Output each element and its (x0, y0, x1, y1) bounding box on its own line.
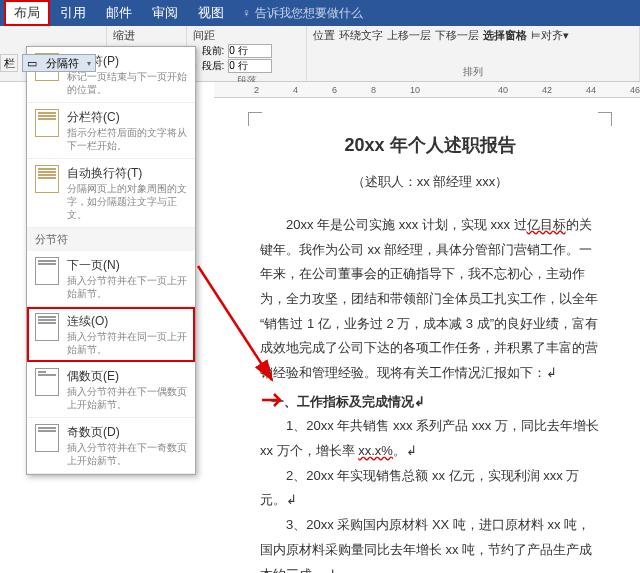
indent-button[interactable]: 缩进 (113, 28, 135, 43)
tab-mailings[interactable]: 邮件 (96, 0, 142, 26)
tab-bar: 布局 引用 邮件 审阅 视图 ♀ 告诉我您想要做什么 (0, 0, 640, 26)
doc-paragraph: 20xx 年是公司实施 xxx 计划，实现 xxx 过亿目标的关键年。我作为公司… (260, 213, 600, 386)
odd-page-section-item[interactable]: 奇数页(D)插入分节符并在下一奇数页上开始新节。 (27, 418, 195, 474)
doc-subtitle: （述职人：xx 部经理 xxx） (260, 170, 600, 195)
text-wrapping-break-item[interactable]: 自动换行符(T)分隔网页上的对象周围的文字，如分隔题注文字与正文。 (27, 159, 195, 228)
breaks-dropdown-menu: 分页符(P)标记一页结束与下一页开始的位置。 分栏符(C)指示分栏符后面的文字将… (26, 46, 196, 475)
position-button[interactable]: 位置 (313, 28, 335, 43)
doc-item: 2、20xx 年实现销售总额 xx 亿元，实现利润 xxx 万元。↲ (260, 464, 600, 513)
arrange-group-label: 排列 (313, 65, 633, 79)
document-area: 246810 40424446 20xx 年个人述职报告 （述职人：xx 部经理… (214, 82, 640, 573)
breaks-dropdown-button[interactable]: ▭ 分隔符 ▾ (22, 54, 96, 72)
spacing-after-input[interactable] (228, 59, 272, 73)
columns-button[interactable]: 栏 (0, 54, 18, 72)
bring-forward-button[interactable]: 上移一层 (387, 28, 431, 43)
lightbulb-icon: ♀ (242, 6, 251, 20)
margin-corner-tl (248, 112, 262, 126)
document-page[interactable]: 20xx 年个人述职报告 （述职人：xx 部经理 xxx） 20xx 年是公司实… (214, 98, 640, 573)
doc-title: 20xx 年个人述职报告 (260, 128, 600, 162)
column-break-item[interactable]: 分栏符(C)指示分栏符后面的文字将从下一栏开始。 (27, 103, 195, 159)
section-breaks-label: 分节符 (27, 228, 195, 251)
tab-view[interactable]: 视图 (188, 0, 234, 26)
doc-item: 3、20xx 采购国内原材料 XX 吨，进口原材料 xx 吨，国内原材料采购量同… (260, 513, 600, 573)
spacing-before-input[interactable] (228, 44, 272, 58)
even-page-section-item[interactable]: 偶数页(E)插入分节符并在下一偶数页上开始新节。 (27, 362, 195, 418)
doc-heading-1: 一、工作指标及完成情况↲ (260, 390, 600, 415)
tab-references[interactable]: 引用 (50, 0, 96, 26)
tell-me-search[interactable]: ♀ 告诉我您想要做什么 (242, 5, 363, 22)
horizontal-ruler[interactable]: 246810 40424446 (214, 82, 640, 98)
selection-pane-button[interactable]: 选择窗格 (483, 28, 527, 43)
next-page-section-item[interactable]: 下一页(N)插入分节符并在下一页上开始新节。 (27, 251, 195, 307)
spacing-label: 间距 (193, 28, 300, 43)
wrap-text-button[interactable]: 环绕文字 (339, 28, 383, 43)
send-backward-button[interactable]: 下移一层 (435, 28, 479, 43)
tab-layout[interactable]: 布局 (4, 0, 50, 26)
chevron-down-icon: ▾ (87, 59, 91, 68)
align-button[interactable]: ⊨对齐▾ (531, 28, 569, 43)
margin-corner-tr (598, 112, 612, 126)
tab-review[interactable]: 审阅 (142, 0, 188, 26)
doc-item: 1、20xx 年共销售 xxx 系列产品 xxx 万，同比去年增长 xx 万个，… (260, 414, 600, 463)
continuous-section-item[interactable]: 连续(O)插入分节符并在同一页上开始新节。 (27, 307, 195, 362)
breaks-icon: ▭ (27, 57, 37, 70)
